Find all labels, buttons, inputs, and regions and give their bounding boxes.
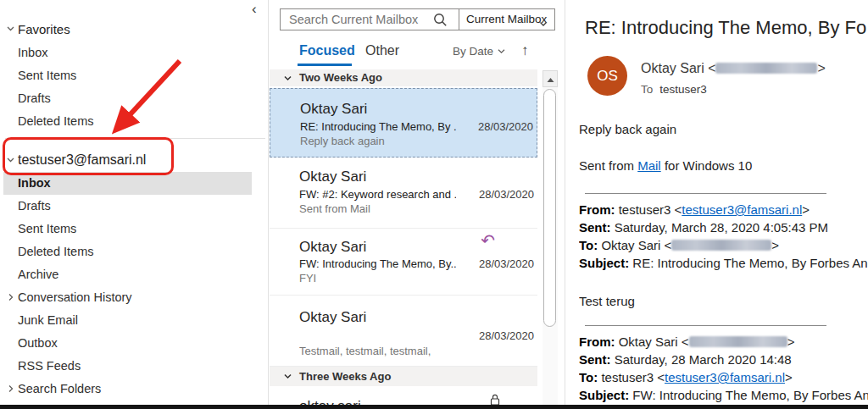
sidebar-item-archive[interactable]: Archive bbox=[0, 263, 254, 286]
message-sender-line[interactable]: Oktay Sari <> bbox=[641, 61, 826, 76]
folder-label: Sent Items bbox=[18, 69, 76, 82]
email-date: 28/03/2020 bbox=[478, 120, 533, 133]
sidebar-item-deleted-items[interactable]: Deleted Items bbox=[0, 240, 254, 263]
from-close: > bbox=[802, 202, 810, 217]
collapse-sidebar-icon[interactable]: ‹ bbox=[252, 1, 257, 18]
redacted-email-address bbox=[671, 240, 771, 251]
chevron-down-icon bbox=[497, 47, 506, 56]
tab-other[interactable]: Other bbox=[365, 43, 399, 58]
email-list-pane: Current Mailbox Focused Other By Date ↑ … bbox=[270, 0, 565, 405]
email-list-item[interactable]: Oktay Sari 28/03/2020 Testmail, testmail… bbox=[270, 296, 537, 367]
sidebar-item-junk-email[interactable]: Junk Email bbox=[0, 309, 254, 332]
redacted-email-address bbox=[689, 336, 787, 347]
from-name: testuser3 < bbox=[615, 202, 682, 217]
lock-icon bbox=[488, 393, 502, 405]
sidebar-section-divider bbox=[5, 138, 265, 139]
signature-suffix: for Windows 10 bbox=[661, 158, 753, 173]
quoted-to-line: To: Oktay Sari <> bbox=[579, 238, 868, 252]
sidebar-item-fav-drafts[interactable]: Drafts bbox=[0, 87, 254, 110]
folder-label: Sent Items bbox=[18, 222, 76, 235]
favorites-label: Favorites bbox=[18, 22, 70, 36]
sort-by-dropdown[interactable]: By Date bbox=[453, 45, 506, 58]
chevron-down-icon bbox=[6, 155, 15, 165]
group-header-three-weeks-ago[interactable]: Three Weeks Ago bbox=[270, 367, 537, 386]
email-address-link[interactable]: testuser3@famsari.nl bbox=[682, 202, 802, 217]
message-signature-line: Sent from Mail for Windows 10 bbox=[579, 158, 868, 173]
search-icon[interactable] bbox=[432, 12, 448, 31]
quoted-subject-line: Subject: RE: Introducing The Memo, By Fo… bbox=[579, 256, 868, 270]
pane-divider[interactable] bbox=[268, 0, 269, 405]
folder-label: Drafts bbox=[18, 91, 51, 105]
folder-label: Outbox bbox=[18, 336, 58, 350]
email-subject: FW: Introducing The Memo, By... bbox=[299, 257, 456, 270]
scrollbar-up-button[interactable] bbox=[542, 70, 558, 87]
scrollbar-thumb[interactable] bbox=[543, 89, 556, 327]
email-preview: Sent from Mail bbox=[299, 202, 370, 215]
message-recipient-line[interactable]: Totestuser3 bbox=[641, 83, 707, 96]
quoted-to-line: To: testuser3 <testuser3@famsari.nl> bbox=[579, 370, 868, 384]
sidebar-item-fav-sent-items[interactable]: Sent Items bbox=[0, 64, 254, 87]
sidebar-item-conversation-history[interactable]: Conversation History bbox=[0, 286, 254, 309]
from-close: > bbox=[787, 334, 795, 349]
from-label: From: bbox=[579, 202, 615, 217]
tab-focused[interactable]: Focused bbox=[299, 43, 355, 58]
email-date: 28/03/2020 bbox=[479, 329, 534, 342]
folder-label: RSS Feeds bbox=[18, 359, 81, 373]
folder-sidebar: ‹ Favorites Inbox Sent Items Drafts Dele… bbox=[0, 0, 268, 405]
folder-label: Inbox bbox=[18, 46, 47, 59]
email-sender: Oktay Sari bbox=[299, 309, 366, 326]
reading-pane: RE: Introducing The Memo, By Fo OS Oktay… bbox=[566, 0, 868, 405]
sidebar-item-fav-deleted-items[interactable]: Deleted Items bbox=[0, 110, 254, 133]
quoted-sent-line: Sent: Saturday, March 28, 2020 4:05:43 P… bbox=[579, 220, 868, 235]
chevron-down-icon[interactable] bbox=[539, 16, 548, 31]
group-header-two-weeks-ago[interactable]: Two Weeks Ago bbox=[270, 69, 537, 86]
email-list-item[interactable]: ↶ Oktay Sari FW: Introducing The Memo, B… bbox=[270, 229, 537, 296]
message-body-text: Reply back again bbox=[579, 122, 868, 136]
message-subject-title: RE: Introducing The Memo, By Fo bbox=[585, 17, 866, 39]
sidebar-item-sent-items[interactable]: Sent Items bbox=[0, 218, 254, 240]
account-email-label: testuser3@famsari.nl bbox=[18, 152, 146, 167]
sidebar-item-search-folders[interactable]: Search Folders bbox=[0, 378, 254, 401]
email-sender: Oktay Sari bbox=[299, 239, 366, 256]
sent-value: Saturday, 28 March 2020 14:48 bbox=[611, 352, 792, 367]
sidebar-item-fav-inbox[interactable]: Inbox bbox=[0, 41, 254, 64]
email-sender: Oktay Sari bbox=[299, 169, 366, 185]
sidebar-item-inbox[interactable]: Inbox bbox=[0, 172, 254, 195]
account-section-header[interactable]: testuser3@famsari.nl bbox=[0, 148, 254, 172]
sent-value: Saturday, March 28, 2020 4:05:43 PM bbox=[611, 220, 829, 235]
favorites-section-header[interactable]: Favorites bbox=[0, 18, 254, 41]
email-list-item-selected[interactable]: Oktay Sari RE: Introducing The Memo, By … bbox=[270, 88, 537, 158]
email-date: 28/03/2020 bbox=[479, 188, 534, 201]
sort-direction-button[interactable]: ↑ bbox=[521, 42, 529, 59]
sidebar-item-outbox[interactable]: Outbox bbox=[0, 332, 254, 355]
search-box: Current Mailbox bbox=[280, 8, 555, 30]
to-close: > bbox=[771, 238, 779, 252]
from-label: From: bbox=[579, 334, 615, 349]
list-scrollbar[interactable] bbox=[542, 70, 558, 405]
email-list-item[interactable]: oktay sari bbox=[270, 386, 537, 405]
to-label: To bbox=[641, 83, 653, 96]
to-label: To: bbox=[579, 238, 598, 252]
folder-label: Junk Email bbox=[18, 313, 78, 327]
sidebar-item-drafts[interactable]: Drafts bbox=[0, 195, 254, 218]
email-preview: Testmail, testmail, testmail, bbox=[299, 345, 431, 357]
subject-value: FW: Introducing The Memo, By Forbes An bbox=[629, 388, 868, 402]
mail-app-link[interactable]: Mail bbox=[637, 158, 661, 173]
sidebar-item-rss-feeds[interactable]: RSS Feeds bbox=[0, 355, 254, 378]
folder-label: Deleted Items bbox=[18, 245, 93, 258]
chevron-down-icon bbox=[6, 24, 15, 34]
email-date: 28/03/2020 bbox=[479, 257, 534, 270]
quoted-subject-line: Subject: FW: Introducing The Memo, By Fo… bbox=[579, 388, 868, 402]
pane-divider[interactable] bbox=[565, 0, 565, 405]
search-scope-dropdown[interactable]: Current Mailbox bbox=[466, 9, 547, 30]
email-sender: Oktay Sari bbox=[300, 101, 367, 118]
sender-name-close: > bbox=[817, 61, 825, 75]
email-address-link[interactable]: testuser3@famsari.nl bbox=[665, 370, 785, 384]
avatar[interactable]: OS bbox=[587, 56, 627, 96]
search-input[interactable] bbox=[289, 9, 429, 30]
email-list-item[interactable]: Oktay Sari FW: #2: Keyword research and … bbox=[270, 158, 537, 229]
replied-icon: ↶ bbox=[481, 230, 495, 251]
email-sender: oktay sari bbox=[299, 398, 361, 405]
quote-divider bbox=[585, 193, 826, 194]
group-header-label: Three Weeks Ago bbox=[299, 370, 391, 383]
